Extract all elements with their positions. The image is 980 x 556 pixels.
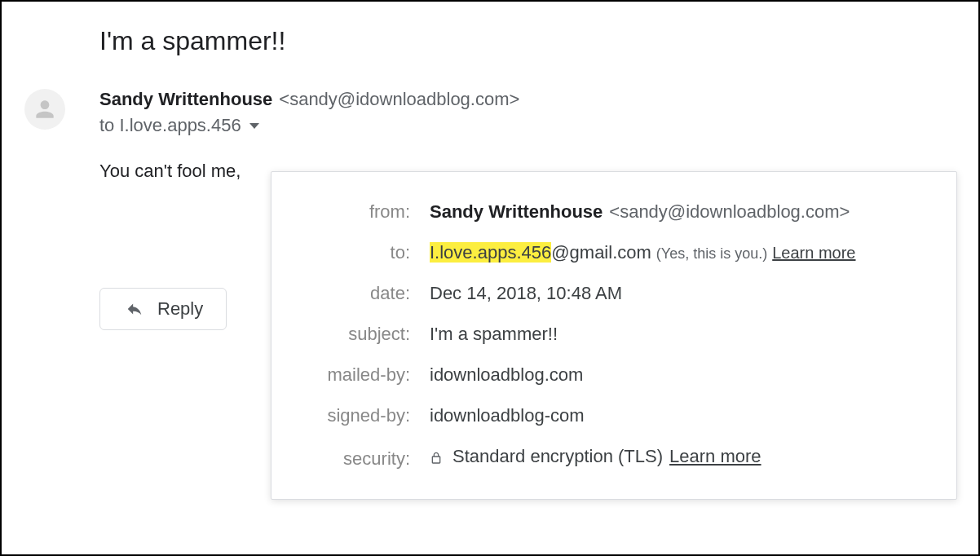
subject-value: I'm a spammer!! (430, 324, 558, 345)
email-details-popup: from: Sandy Writtenhouse <sandy@idownloa… (271, 171, 957, 500)
date-value: Dec 14, 2018, 10:48 AM (430, 283, 622, 304)
signed-by-label: signed-by: (296, 405, 410, 426)
to-rest: @gmail.com (551, 242, 651, 263)
learn-more-link[interactable]: Learn more (772, 244, 855, 263)
chevron-down-icon[interactable] (249, 123, 259, 129)
detail-to: to: I.love.apps.456@gmail.com (Yes, this… (296, 242, 932, 263)
reply-icon (123, 300, 146, 318)
reply-button[interactable]: Reply (99, 288, 227, 330)
detail-from: from: Sandy Writtenhouse <sandy@idownloa… (296, 201, 932, 223)
from-label: from: (296, 201, 410, 223)
detail-security: security: Standard encryption (TLS) Lear… (296, 446, 932, 470)
detail-signed-by: signed-by: idownloadblog-com (296, 405, 932, 426)
from-name: Sandy Writtenhouse (430, 201, 603, 223)
detail-date: date: Dec 14, 2018, 10:48 AM (296, 283, 932, 304)
sender-email: <sandy@idownloadblog.com> (279, 89, 519, 110)
to-highlight: I.love.apps.456 (430, 242, 551, 263)
email-subject: I'm a spammer!! (99, 26, 978, 56)
to-line: to I.love.apps.456 (99, 115, 241, 136)
signed-by-value: idownloadblog-com (430, 405, 585, 426)
security-value: Standard encryption (TLS) (452, 446, 663, 467)
detail-subject: subject: I'm a spammer!! (296, 324, 932, 345)
security-label: security: (296, 448, 410, 470)
to-label: to: (296, 242, 410, 263)
to-row[interactable]: to I.love.apps.456 (99, 115, 978, 136)
reply-label: Reply (157, 298, 203, 320)
avatar[interactable] (24, 89, 65, 130)
subject-label: subject: (296, 324, 410, 345)
to-note: (Yes, this is you.) (656, 245, 767, 263)
detail-mailed-by: mailed-by: idownloadblog.com (296, 364, 932, 386)
from-email: <sandy@idownloadblog.com> (609, 201, 850, 223)
mailed-by-label: mailed-by: (296, 364, 410, 386)
security-learn-more-link[interactable]: Learn more (669, 446, 761, 467)
mailed-by-value: idownloadblog.com (430, 364, 583, 386)
person-icon (32, 96, 58, 122)
sender-name: Sandy Writtenhouse (99, 89, 272, 110)
date-label: date: (296, 283, 410, 304)
lock-icon (430, 450, 444, 466)
sender-row: Sandy Writtenhouse <sandy@idownloadblog.… (99, 89, 978, 110)
